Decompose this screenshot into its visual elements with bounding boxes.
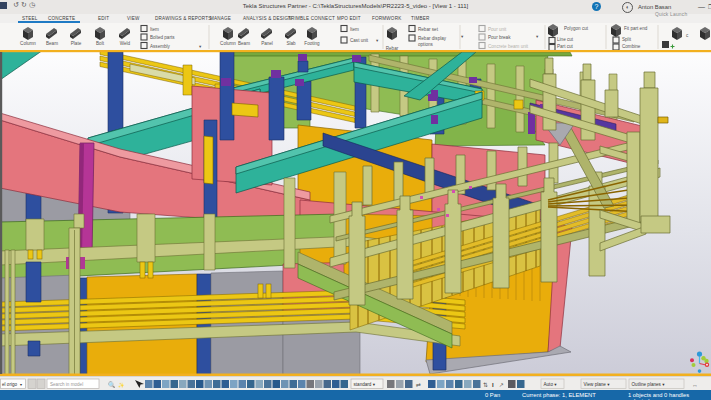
svg-text:⇄: ⇄ — [416, 382, 421, 388]
svg-text:Item: Item — [350, 26, 359, 31]
svg-text:Auto ▾: Auto ▾ — [544, 382, 558, 387]
svg-text:View plane ▾: View plane ▾ — [584, 382, 611, 387]
svg-text:Beam: Beam — [46, 41, 58, 46]
svg-text:Rebar display: Rebar display — [418, 36, 447, 41]
svg-text:↗: ↗ — [499, 382, 504, 388]
svg-text:Weld: Weld — [120, 41, 131, 46]
svg-text:el origo: el origo — [2, 382, 18, 387]
svg-text:Item: Item — [150, 26, 159, 31]
svg-text:Split: Split — [622, 37, 632, 42]
svg-text:▾: ▾ — [461, 34, 464, 39]
svg-text:↔: ↔ — [692, 382, 698, 388]
svg-text:Outline planes ▾: Outline planes ▾ — [632, 382, 666, 387]
svg-text:▾: ▾ — [536, 34, 539, 39]
svg-text:✨: ✨ — [118, 382, 125, 389]
svg-text:Bolt: Bolt — [96, 41, 105, 46]
svg-text:Search in model: Search in model — [50, 382, 83, 387]
svg-text:Rebar set: Rebar set — [418, 26, 439, 31]
svg-text:Concrete beam unit: Concrete beam unit — [488, 43, 529, 48]
svg-text:options: options — [418, 41, 434, 46]
svg-text:Footing: Footing — [304, 41, 320, 46]
svg-text:standard ▾: standard ▾ — [354, 382, 376, 387]
svg-text:Fit part end: Fit part end — [624, 26, 648, 31]
svg-text:Column: Column — [220, 41, 236, 46]
svg-text:I: I — [492, 382, 494, 388]
svg-text:Line cut: Line cut — [557, 37, 574, 42]
svg-text:Pour break: Pour break — [488, 35, 511, 40]
svg-text:Pour unit: Pour unit — [488, 27, 507, 32]
svg-text:▾: ▾ — [376, 38, 379, 43]
svg-text:Cast unit: Cast unit — [350, 38, 369, 43]
svg-text:Plate: Plate — [71, 41, 82, 46]
svg-text:🔍: 🔍 — [108, 381, 116, 389]
svg-text:Polygon cut: Polygon cut — [564, 26, 589, 31]
svg-text:c: c — [686, 33, 689, 38]
svg-text:Assembly: Assembly — [150, 43, 171, 48]
svg-text:Part cut: Part cut — [557, 44, 574, 49]
svg-text:Panel: Panel — [261, 41, 273, 46]
svg-text:Combine: Combine — [622, 44, 641, 49]
svg-text:⇅: ⇅ — [483, 382, 488, 388]
svg-text:Bolted parts: Bolted parts — [150, 35, 175, 40]
svg-text:▾: ▾ — [20, 382, 22, 387]
svg-text:Beam: Beam — [238, 41, 250, 46]
svg-text:▾: ▾ — [199, 43, 202, 48]
svg-text:Slab: Slab — [286, 41, 296, 46]
svg-text:Column: Column — [20, 41, 36, 46]
